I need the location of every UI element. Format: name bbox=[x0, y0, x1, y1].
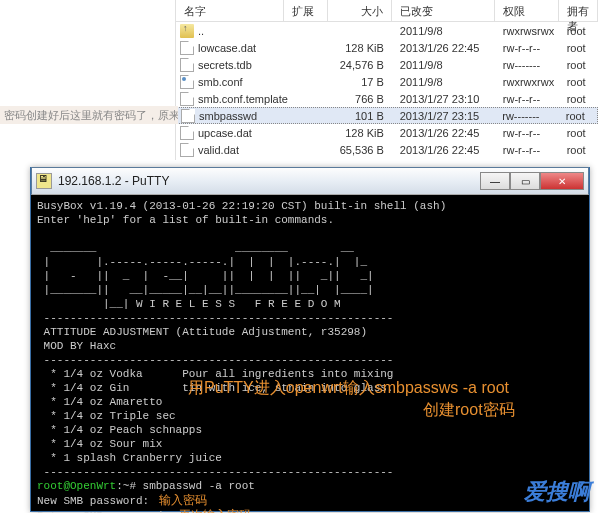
file-size: 17 B bbox=[328, 76, 392, 88]
file-row[interactable]: smbpasswd101 B2013/1/27 23:15rw-------ro… bbox=[176, 107, 598, 124]
file-perm: rw-r--r-- bbox=[495, 93, 559, 105]
file-row[interactable]: secrets.tdb24,576 B2011/9/8rw-------root bbox=[176, 56, 598, 73]
file-size: 128 KiB bbox=[328, 42, 392, 54]
titlebar[interactable]: 192.168.1.2 - PuTTY — ▭ ✕ bbox=[31, 167, 589, 195]
file-modified: 2013/1/27 23:15 bbox=[392, 110, 495, 122]
col-ext[interactable]: 扩展 bbox=[284, 0, 328, 21]
window-title: 192.168.1.2 - PuTTY bbox=[58, 174, 480, 188]
annotation-instruction-sub: 创建root密码 bbox=[423, 400, 515, 421]
file-owner: root bbox=[559, 25, 598, 37]
file-icon bbox=[180, 41, 194, 55]
file-perm: rwxrwxrwx bbox=[495, 76, 559, 88]
file-modified: 2013/1/26 22:45 bbox=[392, 127, 495, 139]
file-icon bbox=[180, 143, 194, 157]
file-icon bbox=[180, 126, 194, 140]
col-name[interactable]: 名字 bbox=[176, 0, 284, 21]
close-button[interactable]: ✕ bbox=[540, 172, 584, 190]
file-size: 24,576 B bbox=[328, 59, 392, 71]
file-owner: root bbox=[559, 93, 598, 105]
file-icon bbox=[180, 58, 194, 72]
file-listing: 名字 扩展 大小 已改变 权限 拥有者 ..2011/9/8rwxrwsrwxr… bbox=[175, 0, 598, 160]
annotation-instruction-main: 用PuTTY进入openwrt输入smbpassws -a root bbox=[188, 378, 509, 399]
file-row[interactable]: upcase.dat128 KiB2013/1/26 22:45rw-r--r-… bbox=[176, 124, 598, 141]
file-row[interactable]: valid.dat65,536 B2013/1/26 22:45rw-r--r-… bbox=[176, 141, 598, 158]
file-size: 101 B bbox=[328, 110, 392, 122]
file-owner: root bbox=[559, 76, 598, 88]
col-size[interactable]: 大小 bbox=[328, 0, 392, 21]
file-name: smb.conf.template bbox=[198, 93, 288, 105]
file-perm: rw-r--r-- bbox=[495, 127, 559, 139]
file-perm: rw------- bbox=[494, 110, 558, 122]
file-perm: rw------- bbox=[495, 59, 559, 71]
file-modified: 2011/9/8 bbox=[392, 25, 495, 37]
file-modified: 2011/9/8 bbox=[392, 59, 495, 71]
putty-window: 192.168.1.2 - PuTTY — ▭ ✕ BusyBox v1.19.… bbox=[30, 167, 590, 512]
file-owner: root bbox=[559, 59, 598, 71]
file-row[interactable]: smb.conf17 B2011/9/8rwxrwxrwxroot bbox=[176, 73, 598, 90]
terminal-output[interactable]: BusyBox v1.19.4 (2013-01-26 22:19:20 CST… bbox=[31, 195, 589, 513]
file-owner: root bbox=[559, 127, 598, 139]
file-size: 128 KiB bbox=[328, 127, 392, 139]
file-name: smb.conf bbox=[198, 76, 243, 88]
file-size: 766 B bbox=[328, 93, 392, 105]
file-name: lowcase.dat bbox=[198, 42, 256, 54]
col-owner[interactable]: 拥有者 bbox=[559, 0, 598, 21]
col-modified[interactable]: 已改变 bbox=[392, 0, 495, 21]
file-perm: rwxrwsrwx bbox=[495, 25, 559, 37]
file-modified: 2011/9/8 bbox=[392, 76, 495, 88]
maximize-button[interactable]: ▭ bbox=[510, 172, 540, 190]
file-icon bbox=[181, 109, 195, 123]
file-perm: rw-r--r-- bbox=[495, 144, 559, 156]
file-perm: rw-r--r-- bbox=[495, 42, 559, 54]
file-owner: root bbox=[559, 42, 598, 54]
file-icon bbox=[180, 92, 194, 106]
file-icon bbox=[180, 75, 194, 89]
file-modified: 2013/1/27 23:10 bbox=[392, 93, 495, 105]
file-row[interactable]: lowcase.dat128 KiB2013/1/26 22:45rw-r--r… bbox=[176, 39, 598, 56]
minimize-button[interactable]: — bbox=[480, 172, 510, 190]
file-owner: root bbox=[558, 110, 597, 122]
watermark: 爱搜啊 bbox=[524, 477, 590, 507]
file-icon bbox=[180, 24, 194, 38]
file-modified: 2013/1/26 22:45 bbox=[392, 42, 495, 54]
file-name: upcase.dat bbox=[198, 127, 252, 139]
file-modified: 2013/1/26 22:45 bbox=[392, 144, 495, 156]
putty-icon bbox=[36, 173, 52, 189]
file-row[interactable]: smb.conf.template766 B2013/1/27 23:10rw-… bbox=[176, 90, 598, 107]
file-size: 65,536 B bbox=[328, 144, 392, 156]
file-owner: root bbox=[559, 144, 598, 156]
file-columns-header: 名字 扩展 大小 已改变 权限 拥有者 bbox=[176, 0, 598, 22]
file-name: .. bbox=[198, 25, 204, 37]
col-perm[interactable]: 权限 bbox=[495, 0, 559, 21]
annotation-reenter-password: 再次输入密码 bbox=[169, 508, 251, 513]
file-row[interactable]: ..2011/9/8rwxrwsrwxroot bbox=[176, 22, 598, 39]
window-buttons: — ▭ ✕ bbox=[480, 172, 584, 190]
file-name: valid.dat bbox=[198, 144, 239, 156]
annotation-callout-left: 密码创建好后这里就有密码了，原来是空的 bbox=[0, 106, 178, 124]
annotation-enter-password: 输入密码 bbox=[149, 493, 207, 507]
file-name: secrets.tdb bbox=[198, 59, 252, 71]
file-name: smbpasswd bbox=[199, 110, 257, 122]
